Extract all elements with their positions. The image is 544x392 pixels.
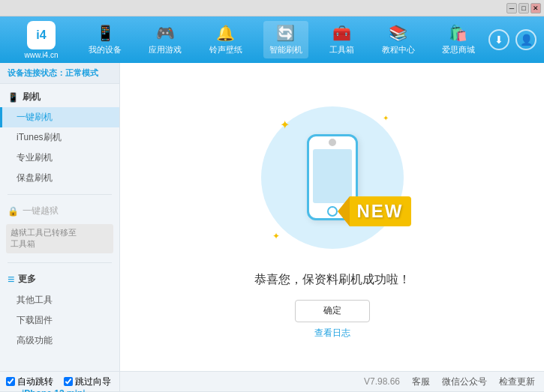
sidebar-item-one-click-flash[interactable]: 一键刷机 <box>0 107 119 127</box>
sparkle-2: ✦ <box>383 114 389 122</box>
nav-label-my-device: 我的设备 <box>89 44 122 55</box>
skip-wizard-checkbox[interactable]: 跳过向导 <box>64 376 111 388</box>
skip-wizard-input[interactable] <box>64 377 73 386</box>
download-firmware-label: 下载固件 <box>17 315 53 325</box>
download-button[interactable]: ⬇ <box>488 29 509 50</box>
nav-item-toolbox[interactable]: 🧰 工具箱 <box>323 21 360 58</box>
sidebar-item-save-flash[interactable]: 保盘刷机 <box>0 168 119 188</box>
top-nav: i4 www.i4.cn 📱 我的设备 🎮 应用游戏 🔔 铃声壁纸 🔄 智能刷机… <box>0 16 544 63</box>
close-button[interactable]: ✕ <box>530 3 541 13</box>
jailbreak-note: 越狱工具已转移至工具箱 <box>6 224 113 253</box>
user-button[interactable]: 👤 <box>515 29 536 50</box>
main-area: 设备连接状态：正常模式 📱 刷机 一键刷机 iTunes刷机 专业刷机 保盘刷机 <box>0 63 544 371</box>
success-message: 恭喜您，保资料刷机成功啦！ <box>254 272 410 288</box>
more-section-label: 更多 <box>18 273 36 286</box>
minimize-button[interactable]: ─ <box>506 3 517 13</box>
auto-redirect-label: 自动跳转 <box>17 376 53 388</box>
more-icon: ≡ <box>8 273 14 286</box>
lock-icon: 🔒 <box>8 206 19 217</box>
new-badge: NEW <box>338 196 411 226</box>
support-link[interactable]: 客服 <box>412 376 430 388</box>
new-badge-text: NEW <box>357 201 404 222</box>
one-click-flash-label: 一键刷机 <box>17 112 53 122</box>
success-illustration: NEW ✦ ✦ ✦ <box>250 95 415 260</box>
phone-speaker <box>329 139 336 146</box>
version-text: V7.98.66 <box>364 376 400 387</box>
sidebar-item-pro-flash[interactable]: 专业刷机 <box>0 148 119 168</box>
save-flash-label: 保盘刷机 <box>17 172 53 183</box>
nav-icon-my-device: 📱 <box>96 24 115 42</box>
title-bar-controls: ─ □ ✕ <box>506 3 541 13</box>
sidebar-item-download-firmware[interactable]: 下载固件 <box>0 310 119 331</box>
jailbreak-note-text: 越狱工具已转移至工具箱 <box>11 228 77 248</box>
logo-area: i4 www.i4.cn <box>8 21 75 59</box>
flash-section: 📱 刷机 一键刷机 iTunes刷机 专业刷机 保盘刷机 <box>0 84 119 191</box>
nav-icon-ringtone: 🔔 <box>216 24 235 42</box>
nav-label-smart-flash: 智能刷机 <box>269 44 302 55</box>
nav-item-shop[interactable]: 🛍️ 爱思商城 <box>436 21 481 58</box>
nav-label-toolbox: 工具箱 <box>329 44 354 55</box>
nav-label-tutorial: 教程中心 <box>382 44 415 55</box>
check-update-link[interactable]: 检查更新 <box>499 376 535 388</box>
auto-redirect-input[interactable] <box>6 377 15 386</box>
title-bar: ─ □ ✕ <box>0 0 544 16</box>
nav-icon-tutorial: 📚 <box>389 24 407 42</box>
nav-icon-smart-flash: 🔄 <box>276 24 295 42</box>
nav-item-ringtone[interactable]: 🔔 铃声壁纸 <box>203 21 248 58</box>
pro-flash-label: 专业刷机 <box>17 152 53 163</box>
phone-home-button <box>327 206 338 217</box>
nav-item-my-device[interactable]: 📱 我的设备 <box>83 21 128 58</box>
status-label: 设备连接状态： <box>8 68 65 77</box>
confirm-button[interactable]: 确定 <box>295 300 370 322</box>
itunes-flash-label: iTunes刷机 <box>17 132 62 142</box>
nav-item-smart-flash[interactable]: 🔄 智能刷机 <box>263 21 308 58</box>
nav-items: 📱 我的设备 🎮 应用游戏 🔔 铃声壁纸 🔄 智能刷机 🧰 工具箱 📚 教程中心… <box>75 21 488 58</box>
jailbreak-section-header: 🔒 一键越狱 <box>0 201 119 221</box>
bottom-combined: 自动跳转 跳过向导 V7.98.66 客服 微信公众号 检查更新 📱 iPhon… <box>0 371 544 392</box>
nav-label-ringtone: 铃声壁纸 <box>209 44 242 55</box>
sidebar-item-advanced[interactable]: 高级功能 <box>0 331 119 351</box>
flash-icon: 📱 <box>8 92 19 103</box>
maximize-button[interactable]: □ <box>518 3 529 13</box>
logo-icon: i4 <box>27 21 56 49</box>
sidebar-item-itunes-flash[interactable]: iTunes刷机 <box>0 127 119 148</box>
auto-redirect-checkbox[interactable]: 自动跳转 <box>6 376 53 388</box>
more-section: ≡ 更多 其他工具 下载固件 高级功能 <box>0 266 119 354</box>
sidebar: 设备连接状态：正常模式 📱 刷机 一键刷机 iTunes刷机 专业刷机 保盘刷机 <box>0 63 120 371</box>
divider-2 <box>8 262 112 263</box>
jailbreak-section: 🔒 一键越狱 越狱工具已转移至工具箱 <box>0 198 119 259</box>
status-bar: 设备连接状态：正常模式 <box>0 63 119 84</box>
jailbreak-section-label: 一键越狱 <box>23 205 59 217</box>
sidebar-item-other-tools[interactable]: 其他工具 <box>0 290 119 310</box>
skip-wizard-label: 跳过向导 <box>75 376 111 388</box>
circle-bg: NEW ✦ ✦ ✦ <box>261 106 404 249</box>
bottom-right-links: V7.98.66 客服 微信公众号 检查更新 <box>120 376 544 388</box>
ribbon-body: NEW <box>350 196 411 226</box>
logo-text: www.i4.cn <box>24 51 58 59</box>
advanced-label: 高级功能 <box>17 335 53 346</box>
flash-section-label: 刷机 <box>23 91 41 103</box>
nav-right: ⬇ 👤 <box>488 29 536 50</box>
other-tools-label: 其他工具 <box>17 295 53 305</box>
sparkle-3: ✦ <box>272 231 280 241</box>
ribbon-left-triangle <box>338 196 350 226</box>
flash-section-header: 📱 刷机 <box>0 87 119 107</box>
nav-label-apps-games: 应用游戏 <box>149 44 182 55</box>
wechat-link[interactable]: 微信公众号 <box>442 376 487 388</box>
nav-icon-apps-games: 🎮 <box>156 24 175 42</box>
nav-label-shop: 爱思商城 <box>442 44 475 55</box>
content-area: NEW ✦ ✦ ✦ 恭喜您，保资料刷机成功啦！ 确定 查看日志 <box>120 63 544 371</box>
more-section-header: ≡ 更多 <box>0 269 119 290</box>
divider-1 <box>8 194 112 195</box>
nav-icon-toolbox: 🧰 <box>332 24 351 42</box>
nav-icon-shop: 🛍️ <box>449 24 467 42</box>
view-log-link[interactable]: 查看日志 <box>314 327 350 340</box>
nav-item-apps-games[interactable]: 🎮 应用游戏 <box>143 21 188 58</box>
sparkle-1: ✦ <box>280 118 290 132</box>
phone-screen <box>313 149 352 203</box>
status-value: 正常模式 <box>65 68 98 77</box>
nav-item-tutorial[interactable]: 📚 教程中心 <box>376 21 421 58</box>
device-name: iPhone 12 mini <box>22 388 89 393</box>
